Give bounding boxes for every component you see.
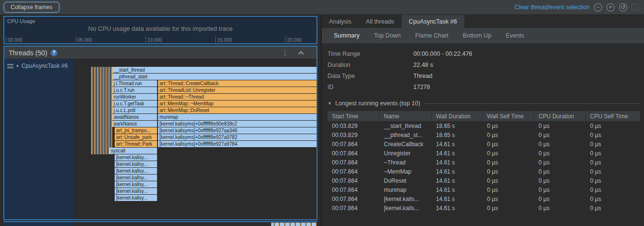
flame-bar[interactable]: art::MemMap::DoReset xyxy=(158,107,316,113)
flame-bar[interactable]: [kernel.kallsy... xyxy=(115,168,157,174)
flame-bar[interactable]: [kernel.kallsy... xyxy=(115,175,157,181)
table-cell: ~Thread xyxy=(380,158,432,167)
clear-selection-link[interactable]: Clear thread/event selection xyxy=(514,4,590,11)
table-row[interactable]: 00:07.864[kernel.kalls...14.61 s0 µs0 µs… xyxy=(328,194,640,203)
table-cell: CreateCallback xyxy=(380,139,432,149)
column-header-wall-duration[interactable]: Wall Duration xyxy=(432,111,483,121)
subtab-events[interactable]: Events xyxy=(499,28,531,43)
flame-bar[interactable]: [kernel.kallsyms]+0xffffff8e90e839c2 xyxy=(158,121,316,127)
flame-bar[interactable]: art::Thread::~Thread xyxy=(158,94,316,100)
reset-zoom-icon[interactable]: ↺ xyxy=(619,3,627,12)
flame-bar[interactable]: __pthread_start xyxy=(112,74,316,80)
flame-bar[interactable]: j.u.c.T.getTask xyxy=(112,100,157,107)
flame-bar[interactable]: [kernel.kallsyms]+0xffffff8e927a9784 xyxy=(158,141,316,147)
flame-row: __start_thread xyxy=(74,67,316,74)
flame-bar[interactable]: [kernel.kallsy... xyxy=(115,154,157,161)
column-header-cpu-self-time[interactable]: CPU Self Time xyxy=(586,111,640,121)
table-cell: 0 µs xyxy=(586,139,640,149)
events-table-header: Start TimeNameWall DurationWall Self Tim… xyxy=(328,111,640,121)
table-cell: 14.61 s xyxy=(432,203,483,213)
kebab-menu-icon[interactable]: ⋮ xyxy=(282,50,289,56)
subtab-bottom-up[interactable]: Bottom Up xyxy=(456,28,499,43)
subtab-flame-chart[interactable]: Flame Chart xyxy=(408,28,456,43)
subtab-summary[interactable]: Summary xyxy=(327,28,367,43)
flame-bar[interactable]: awaitNanos xyxy=(112,114,157,120)
zoom-in-icon[interactable]: + xyxy=(606,3,615,12)
tab-analysis[interactable]: Analysis xyxy=(322,15,359,28)
table-cell: 0 µs xyxy=(483,121,534,130)
table-cell: 14.61 s xyxy=(432,185,483,194)
collapse-panel-icon[interactable] xyxy=(298,51,303,56)
table-row[interactable]: 00:07.864DoReset14.61 s0 µs0 µs0 µs xyxy=(328,176,640,185)
cpu-usage-panel[interactable]: CPU Usage No CPU usage data available fo… xyxy=(3,16,317,44)
collapse-frames-button[interactable]: Collapse frames xyxy=(4,2,59,13)
table-row[interactable]: 00:07.864[kernel.kalls...14.61 s0 µs0 µs… xyxy=(328,203,640,213)
table-cell: __pthread_st... xyxy=(380,130,432,139)
events-section-header[interactable]: ▼ Longest running events (top 10) xyxy=(328,100,640,107)
thread-row-label[interactable]: ▾ CpuAsyncTask #6 xyxy=(4,59,74,69)
flame-bar[interactable]: [kernel.kallsy... xyxy=(115,188,157,194)
table-cell: 0 µs xyxy=(483,176,534,185)
flame-row: j.u.c.T.runart::ThreadList::Unregister xyxy=(74,87,316,94)
events-table: Start TimeNameWall DurationWall Self Tim… xyxy=(328,111,640,213)
table-row[interactable]: 00:03.829__pthread_st...18.65 s0 µs0 µs0… xyxy=(328,130,640,139)
flame-row: [kernel.kallsy... xyxy=(74,161,316,168)
subtab-top-down[interactable]: Top Down xyxy=(367,28,408,43)
table-row[interactable]: 00:07.864Unregister14.61 s0 µs0 µs0 µs xyxy=(328,149,640,158)
flame-bar[interactable]: [kernel.kallsy... xyxy=(115,195,157,201)
table-cell: __start_thread xyxy=(380,121,432,130)
timeline-tick: 05.000 xyxy=(76,37,92,43)
flame-row: [kernel.kallsy... xyxy=(74,168,316,175)
flame-bar[interactable]: art::ThreadList::Unregister xyxy=(158,87,316,93)
flame-bar[interactable]: [kernel.kallsy... xyxy=(115,181,157,188)
column-header-cpu-duration[interactable]: CPU Duration xyxy=(534,111,586,121)
table-cell: 0 µs xyxy=(534,176,586,185)
flame-bar[interactable]: j.u.c.T.run xyxy=(112,87,157,93)
timeline-tick: 20.000 xyxy=(285,37,302,43)
threads-body: ▾ CpuAsyncTask #6 __start_thread__pthrea… xyxy=(4,59,316,219)
flame-bar[interactable]: art::Thread::Park xyxy=(115,141,157,147)
table-cell: 18.65 s xyxy=(432,121,483,130)
inspector-panel: AnalysisAll threadsCpuAsyncTask #6 Summa… xyxy=(322,15,644,226)
flame-bar[interactable]: syscall xyxy=(109,148,157,154)
toolbar-right-group: Clear thread/event selection − + ↺ xyxy=(514,3,644,12)
summary-field-value: 00:00.000 - 00:22.476 xyxy=(413,50,472,57)
flame-bar[interactable]: __start_thread xyxy=(112,67,316,73)
chevron-down-icon[interactable]: ▾ xyxy=(16,63,19,68)
summary-field-label: Data Type xyxy=(328,73,413,79)
thread-track-partial[interactable] xyxy=(3,221,317,226)
flame-row: parkNanos[kernel.kallsyms]+0xffffff8e90e… xyxy=(74,121,316,127)
section-rule xyxy=(425,103,640,104)
column-header-start-time[interactable]: Start Time xyxy=(328,111,380,121)
flame-bar[interactable]: art_jni_trampo... xyxy=(115,127,157,134)
column-header-name[interactable]: Name xyxy=(380,111,432,121)
flame-bar[interactable]: art::Unsafe_park xyxy=(115,134,157,140)
table-row[interactable]: 00:07.864~Thread14.61 s0 µs0 µs0 µs xyxy=(328,158,640,167)
flame-bar[interactable]: parkNanos xyxy=(112,121,157,127)
frame-selection-icon xyxy=(631,4,638,11)
flame-bar[interactable]: j.u.c.L.poll xyxy=(112,107,157,113)
table-row[interactable]: 00:07.864munmap14.61 s0 µs0 µs0 µs xyxy=(328,185,640,194)
flame-bar[interactable]: art::MemMap::~MemMap xyxy=(158,100,316,107)
drag-handle-icon[interactable] xyxy=(7,64,13,68)
flame-bar[interactable]: munmap xyxy=(158,114,316,120)
table-cell: 14.61 s xyxy=(432,139,483,149)
tab-all-threads[interactable]: All threads xyxy=(359,15,402,28)
table-cell: 14.61 s xyxy=(432,149,483,158)
flame-bar[interactable]: [kernel.kallsy... xyxy=(115,161,157,167)
help-icon[interactable]: ? xyxy=(51,50,57,56)
table-row[interactable]: 00:07.864CreateCallback14.61 s0 µs0 µs0 … xyxy=(328,139,640,149)
flame-bar[interactable]: j.l.Thread.run xyxy=(112,80,157,87)
collapse-triangle-icon[interactable]: ▼ xyxy=(328,101,332,106)
flame-bar[interactable]: [kernel.kallsyms]+0xffffff8e927a9782 xyxy=(158,134,316,140)
summary-row: Data TypeThread xyxy=(328,70,640,81)
zoom-out-icon[interactable]: − xyxy=(594,3,602,12)
flame-bar[interactable]: [kernel.kallsyms]+0xffffff8e927aa346 xyxy=(158,127,316,134)
table-row[interactable]: 00:03.829__start_thread18.65 s0 µs0 µs0 … xyxy=(328,121,640,130)
table-row[interactable]: 00:07.864~MemMap14.61 s0 µs0 µs0 µs xyxy=(328,167,640,176)
timeline-tick: 00.000 xyxy=(6,37,23,43)
tab-cpuasynctask-6[interactable]: CpuAsyncTask #6 xyxy=(402,15,464,28)
flame-bar[interactable]: runWorker xyxy=(112,94,157,100)
column-header-wall-self-time[interactable]: Wall Self Time xyxy=(483,111,534,121)
flame-bar[interactable]: art::Thread::CreateCallback xyxy=(158,80,316,87)
